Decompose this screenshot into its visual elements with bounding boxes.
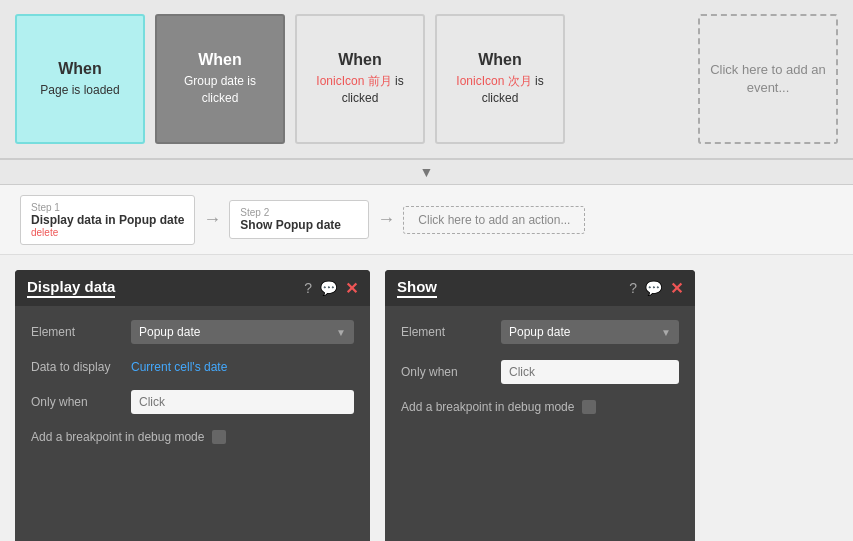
event-when-label-4: When (478, 51, 522, 69)
panel-display-data-header: Display data ? 💬 ✕ (15, 270, 370, 306)
panel-show: Show ? 💬 ✕ Element Popup date ▼ Only whe… (385, 270, 695, 541)
event-card-page-loaded[interactable]: When Page is loaded (15, 14, 145, 144)
breakpoint-checkbox-left[interactable] (212, 430, 226, 444)
comment-icon-left[interactable]: 💬 (320, 280, 337, 296)
panel-display-data-body: Element Popup date ▼ Data to display Cur… (15, 306, 370, 458)
close-icon-left[interactable]: ✕ (345, 279, 358, 298)
panel-display-data: Display data ? 💬 ✕ Element Popup date ▼ … (15, 270, 370, 541)
panel-show-title: Show (397, 278, 437, 298)
event-card-group-date[interactable]: When Group date is clicked (155, 14, 285, 144)
step-card-2[interactable]: Step 2 Show Popup date (229, 200, 369, 239)
event-desc-4: IonicIcon 次月 is clicked (447, 73, 553, 107)
breakpoint-row-right: Add a breakpoint in debug mode (401, 400, 679, 414)
event-desc-1: Page is loaded (40, 82, 119, 99)
only-when-label-right: Only when (401, 365, 491, 379)
step-name-1: Display data in Popup date (31, 213, 184, 227)
panel-show-header: Show ? 💬 ✕ (385, 270, 695, 306)
step-name-2: Show Popup date (240, 218, 358, 232)
event-red-text-4: IonicIcon 次月 (456, 74, 531, 88)
element-select-value-left: Popup date (139, 325, 200, 339)
chevron-down-icon-right: ▼ (661, 327, 671, 338)
data-label: Data to display (31, 360, 121, 374)
scroll-arrow-indicator: ▼ (0, 160, 853, 185)
step-arrow-2: → (377, 209, 395, 230)
step-add-button[interactable]: Click here to add an action... (403, 206, 585, 234)
panel-show-body: Element Popup date ▼ Only when Add a bre… (385, 306, 695, 428)
element-select-left[interactable]: Popup date ▼ (131, 320, 354, 344)
breakpoint-row-left: Add a breakpoint in debug mode (31, 430, 354, 444)
only-when-field-row-left: Only when (31, 390, 354, 414)
steps-bar: Step 1 Display data in Popup date delete… (0, 185, 853, 255)
event-when-label-1: When (58, 60, 102, 78)
event-desc-add: Click here to add an event... (710, 61, 826, 97)
step-card-1[interactable]: Step 1 Display data in Popup date delete (20, 195, 195, 245)
event-when-label-2: When (198, 51, 242, 69)
panel-show-icons: ? 💬 ✕ (629, 279, 683, 298)
comment-icon-right[interactable]: 💬 (645, 280, 662, 296)
event-desc-3: IonicIcon 前月 is clicked (307, 73, 413, 107)
element-label-left: Element (31, 325, 121, 339)
element-field-row-left: Element Popup date ▼ (31, 320, 354, 344)
step-add-label: Click here to add an action... (418, 213, 570, 227)
panel-display-data-icons: ? 💬 ✕ (304, 279, 358, 298)
close-icon-right[interactable]: ✕ (670, 279, 683, 298)
event-when-label-3: When (338, 51, 382, 69)
element-label-right: Element (401, 325, 491, 339)
help-icon-left[interactable]: ? (304, 280, 312, 296)
data-display-field-row: Data to display Current cell's date (31, 360, 354, 374)
event-card-add[interactable]: Click here to add an event... (698, 14, 838, 144)
breakpoint-label-right: Add a breakpoint in debug mode (401, 400, 574, 414)
only-when-field-row-right: Only when (401, 360, 679, 384)
event-red-text-3: IonicIcon 前月 (316, 74, 391, 88)
only-when-label-left: Only when (31, 395, 121, 409)
step-arrow-1: → (203, 209, 221, 230)
breakpoint-label-left: Add a breakpoint in debug mode (31, 430, 204, 444)
only-when-input-left[interactable] (131, 390, 354, 414)
step-num-1: Step 1 (31, 202, 184, 213)
data-value-link[interactable]: Current cell's date (131, 360, 227, 374)
down-arrow-icon: ▼ (420, 164, 434, 180)
element-field-row-right: Element Popup date ▼ (401, 320, 679, 344)
help-icon-right[interactable]: ? (629, 280, 637, 296)
events-bar: When Page is loaded When Group date is c… (0, 0, 853, 160)
only-when-input-right[interactable] (501, 360, 679, 384)
step-num-2: Step 2 (240, 207, 358, 218)
element-select-right[interactable]: Popup date ▼ (501, 320, 679, 344)
element-select-value-right: Popup date (509, 325, 570, 339)
breakpoint-checkbox-right[interactable] (582, 400, 596, 414)
event-desc-2: Group date is clicked (167, 73, 273, 107)
event-card-ionicicon-next[interactable]: When IonicIcon 次月 is clicked (435, 14, 565, 144)
event-card-ionicicon-prev[interactable]: When IonicIcon 前月 is clicked (295, 14, 425, 144)
panels-area: Display data ? 💬 ✕ Element Popup date ▼ … (0, 255, 853, 541)
step-delete-1[interactable]: delete (31, 227, 184, 238)
chevron-down-icon-left: ▼ (336, 327, 346, 338)
panel-display-data-title: Display data (27, 278, 115, 298)
